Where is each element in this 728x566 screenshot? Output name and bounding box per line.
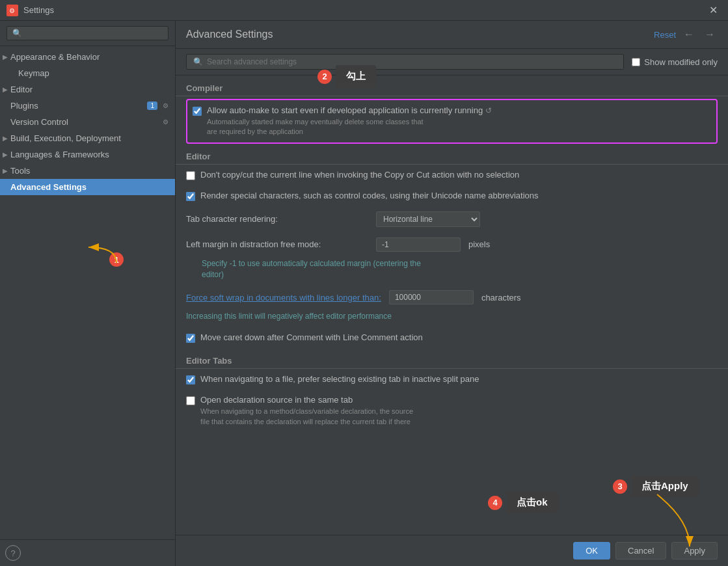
cancel-button[interactable]: Cancel <box>615 542 666 559</box>
compiler-automake-setting: Allow auto-make to start even if develop… <box>186 99 718 144</box>
sidebar-item-label: Appearance & Behavior <box>10 52 100 62</box>
dont-copy-setting: Don't copy/cut the current line when inv… <box>176 165 728 185</box>
chevron-right-icon: ▶ <box>3 86 8 93</box>
help-button[interactable]: ? <box>5 545 21 561</box>
settings-icon[interactable]: ⚙ <box>163 102 169 109</box>
prefer-existing-tab-checkbox[interactable] <box>186 375 195 384</box>
prefer-existing-tab-label-text: When navigating to a file, prefer select… <box>200 374 479 384</box>
settings-icon[interactable]: ⚙ <box>163 118 169 126</box>
panel-header-right: Reset ← → <box>654 27 718 42</box>
render-special-label-text: Render special characters, such as contr… <box>200 191 539 200</box>
open-declaration-setting: Open declaration source in the same tab … <box>176 390 728 432</box>
sidebar-item-label: Languages & Frameworks <box>10 150 109 159</box>
search-icon: 🔍 <box>193 57 203 66</box>
left-margin-label: Left margin in distraction free mode: <box>186 239 368 249</box>
sidebar-item-version-control[interactable]: Version Control ⚙ <box>0 114 175 130</box>
right-panel: Advanced Settings Reset ← → 🔍 Show modif… <box>176 21 728 566</box>
sidebar-item-label: Advanced Settings <box>10 182 87 192</box>
reset-link[interactable]: Reset <box>654 30 676 40</box>
dont-copy-checkbox[interactable] <box>186 171 195 180</box>
render-special-checkbox[interactable] <box>186 192 195 201</box>
dont-copy-label[interactable]: Don't copy/cut the current line when inv… <box>186 170 519 180</box>
tab-rendering-label: Tab character rendering: <box>186 214 368 224</box>
prefer-existing-tab-label[interactable]: When navigating to a file, prefer select… <box>186 374 479 384</box>
render-special-setting: Render special characters, such as contr… <box>176 185 728 206</box>
sidebar-bottom: ? <box>0 539 175 566</box>
dont-copy-label-text: Don't copy/cut the current line when inv… <box>200 170 519 180</box>
prefer-existing-tab-setting: When navigating to a file, prefer select… <box>176 369 728 390</box>
show-modified-row: Show modified only <box>632 57 718 67</box>
open-declaration-description: When navigating to a method/class/variab… <box>200 407 413 427</box>
sidebar-item-appearance[interactable]: ▶ Appearance & Behavior <box>0 49 175 65</box>
sidebar-item-languages[interactable]: ▶ Languages & Frameworks <box>0 146 175 163</box>
chevron-right-icon: ▶ <box>3 53 8 61</box>
move-caret-label-text: Move caret down after Comment with Line … <box>200 332 423 342</box>
sidebar-item-editor[interactable]: ▶ Editor <box>0 81 175 98</box>
sidebar-item-label: Keymap <box>18 68 49 78</box>
title-bar: ⚙ Settings ✕ <box>0 0 728 21</box>
panel-content: Compiler Allow auto-make to start even i… <box>176 75 728 535</box>
tab-rendering-setting: Tab character rendering: Horizontal line… <box>176 206 728 232</box>
force-soft-wrap-hint: Increasing this limit will negatively af… <box>176 310 728 327</box>
show-modified-checkbox[interactable] <box>632 58 640 66</box>
chevron-right-icon: ▶ <box>3 167 8 174</box>
force-soft-wrap-input[interactable] <box>389 290 474 304</box>
plugins-badge: 1 <box>147 101 157 110</box>
sidebar-item-advanced[interactable]: Advanced Settings <box>0 179 175 195</box>
move-caret-checkbox[interactable] <box>186 334 195 343</box>
force-soft-wrap-unit: characters <box>481 293 521 303</box>
open-declaration-text: Open declaration source in the same tab … <box>200 395 413 427</box>
move-caret-setting: Move caret down after Comment with Line … <box>176 327 728 348</box>
editor-section-header: Editor <box>176 146 728 165</box>
sidebar: ▶ Appearance & Behavior Keymap ▶ Editor … <box>0 21 176 566</box>
sidebar-item-label: Build, Execution, Deployment <box>10 133 121 143</box>
auto-make-checkbox[interactable] <box>193 107 202 116</box>
open-declaration-label[interactable]: Open declaration source in the same tab … <box>186 395 413 427</box>
left-margin-setting: Left margin in distraction free mode: pi… <box>176 232 728 257</box>
nav-back-arrow[interactable]: ← <box>681 27 697 42</box>
sidebar-item-label: Plugins <box>10 101 38 111</box>
show-modified-label[interactable]: Show modified only <box>644 57 718 67</box>
title-bar-text: Settings <box>23 5 705 15</box>
sidebar-item-label: Tools <box>10 166 30 176</box>
sidebar-item-label: Editor <box>10 85 33 94</box>
sidebar-item-keymap[interactable]: Keymap <box>0 65 175 81</box>
ok-button[interactable]: OK <box>573 542 610 559</box>
force-soft-wrap-setting: Force soft wrap in documents with lines … <box>176 285 728 310</box>
sidebar-search-container <box>0 21 175 46</box>
sidebar-item-label: Version Control <box>10 117 68 127</box>
compiler-section-header: Compiler <box>176 78 728 96</box>
search-bar-row: 🔍 Show modified only <box>176 49 728 75</box>
sidebar-item-build[interactable]: ▶ Build, Execution, Deployment <box>0 130 175 146</box>
render-special-label[interactable]: Render special characters, such as contr… <box>186 191 539 201</box>
chevron-right-icon: ▶ <box>3 151 8 158</box>
auto-make-label-text: Allow auto-make to start even if develop… <box>207 105 492 115</box>
auto-make-description: Automatically started make may eventuall… <box>207 117 492 137</box>
apply-button[interactable]: Apply <box>671 542 718 559</box>
nav-forward-arrow[interactable]: → <box>702 27 718 42</box>
search-input[interactable] <box>207 57 617 66</box>
compiler-automake-label[interactable]: Allow auto-make to start even if develop… <box>193 105 492 137</box>
left-margin-hint: Specify -1 to use automatically calculat… <box>176 257 728 286</box>
open-declaration-label-text: Open declaration source in the same tab <box>200 395 413 405</box>
sidebar-item-plugins[interactable]: Plugins 1 ⚙ <box>0 98 175 114</box>
force-soft-wrap-label: Force soft wrap in documents with lines … <box>186 293 381 303</box>
panel-title: Advanced Settings <box>186 29 273 40</box>
reset-auto-make-icon[interactable]: ↺ <box>485 106 492 115</box>
app-icon: ⚙ <box>7 5 18 16</box>
auto-make-text: Allow auto-make to start even if develop… <box>207 105 492 137</box>
panel-header: Advanced Settings Reset ← → <box>176 21 728 49</box>
bottom-bar: OK Cancel Apply <box>176 535 728 566</box>
editor-tabs-section-header: Editor Tabs <box>176 351 728 369</box>
close-button[interactable]: ✕ <box>705 3 721 18</box>
svg-text:⚙: ⚙ <box>9 7 15 14</box>
open-declaration-checkbox[interactable] <box>186 396 195 405</box>
chevron-right-icon: ▶ <box>3 135 8 142</box>
sidebar-item-tools[interactable]: ▶ Tools <box>0 163 175 179</box>
left-margin-unit: pixels <box>468 239 490 249</box>
tab-rendering-select[interactable]: Horizontal line Arrow None <box>376 211 480 227</box>
move-caret-label[interactable]: Move caret down after Comment with Line … <box>186 332 423 343</box>
sidebar-list: ▶ Appearance & Behavior Keymap ▶ Editor … <box>0 46 175 539</box>
left-margin-input[interactable] <box>376 237 461 252</box>
sidebar-search-input[interactable] <box>7 26 169 40</box>
